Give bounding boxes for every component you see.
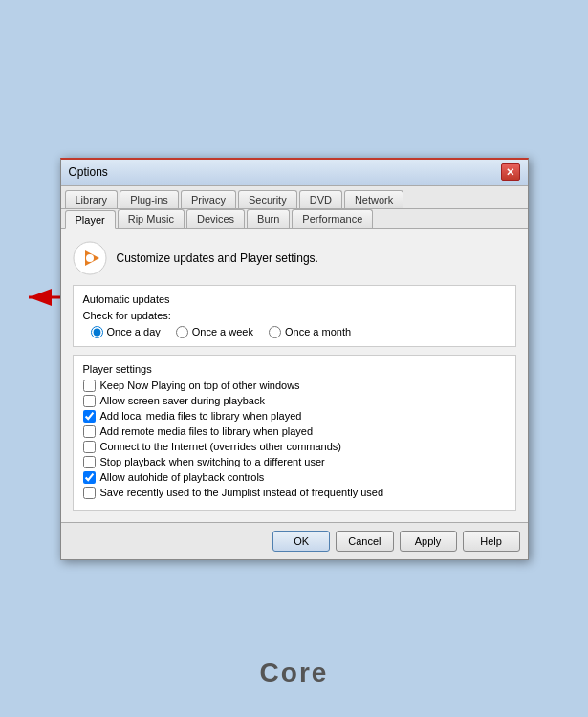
checkbox-add-local-media[interactable]: Add local media files to library when pl… xyxy=(83,410,506,423)
tab-library[interactable]: Library xyxy=(65,190,119,208)
help-button[interactable]: Help xyxy=(463,531,520,552)
dialog-title: Options xyxy=(69,165,108,179)
checkbox-stop-playback-switching[interactable]: Stop playback when switching to a differ… xyxy=(83,456,506,468)
checkbox-connect-internet[interactable]: Connect to the Internet (overrides other… xyxy=(83,441,506,453)
options-dialog: Options ✕ Library Plug-ins Privacy Secur… xyxy=(60,158,529,560)
svg-point-4 xyxy=(86,254,94,262)
tab-plugins[interactable]: Plug-ins xyxy=(120,190,179,208)
update-frequency-options: Once a day Once a week Once a month xyxy=(83,326,506,338)
tab-player[interactable]: Player xyxy=(65,210,116,229)
check-for-updates-label: Check for updates: xyxy=(83,310,506,321)
bottom-bar: OK Cancel Apply Help xyxy=(61,522,528,559)
tab-performance[interactable]: Performance xyxy=(292,209,373,228)
ok-button[interactable]: OK xyxy=(272,531,330,552)
player-settings-section: Player settings Keep Now Playing on top … xyxy=(73,355,516,511)
tab-network[interactable]: Network xyxy=(344,190,403,208)
title-bar: Options ✕ xyxy=(61,160,528,186)
tab-privacy[interactable]: Privacy xyxy=(181,190,236,208)
radio-once-a-week[interactable]: Once a week xyxy=(176,326,253,338)
checkbox-keep-now-playing[interactable]: Keep Now Playing on top of other windows xyxy=(83,380,506,392)
header-section: Customize updates and Player settings. xyxy=(73,241,516,275)
player-settings-label: Player settings xyxy=(83,363,506,375)
tab-dvd[interactable]: DVD xyxy=(299,190,342,208)
tab-devices[interactable]: Devices xyxy=(186,209,245,228)
tab-burn[interactable]: Burn xyxy=(247,209,290,228)
radio-once-a-day[interactable]: Once a day xyxy=(91,326,161,338)
tabs-row-2: Player Rip Music Devices Burn Performanc… xyxy=(61,209,528,229)
automatic-updates-section: Automatic updates Check for updates: Onc… xyxy=(73,285,516,347)
core-watermark: Core xyxy=(260,658,329,688)
checkbox-allow-autohide[interactable]: Allow autohide of playback controls xyxy=(83,471,506,484)
cancel-button[interactable]: Cancel xyxy=(336,531,393,552)
tab-security[interactable]: Security xyxy=(238,190,297,208)
checkbox-add-remote-media[interactable]: Add remote media files to library when p… xyxy=(83,425,506,438)
close-button[interactable]: ✕ xyxy=(501,163,520,181)
header-description: Customize updates and Player settings. xyxy=(117,251,318,265)
apply-button[interactable]: Apply xyxy=(400,531,457,552)
tab-rip-music[interactable]: Rip Music xyxy=(118,209,185,228)
content-area: Customize updates and Player settings. A… xyxy=(61,229,528,522)
checkbox-save-recently-used[interactable]: Save recently used to the Jumplist inste… xyxy=(83,487,506,499)
checkbox-allow-screen-saver[interactable]: Allow screen saver during playback xyxy=(83,395,506,407)
automatic-updates-label: Automatic updates xyxy=(83,293,506,305)
player-icon xyxy=(73,241,107,275)
tabs-row-1: Library Plug-ins Privacy Security DVD Ne… xyxy=(61,186,528,209)
radio-once-a-month[interactable]: Once a month xyxy=(269,326,351,338)
